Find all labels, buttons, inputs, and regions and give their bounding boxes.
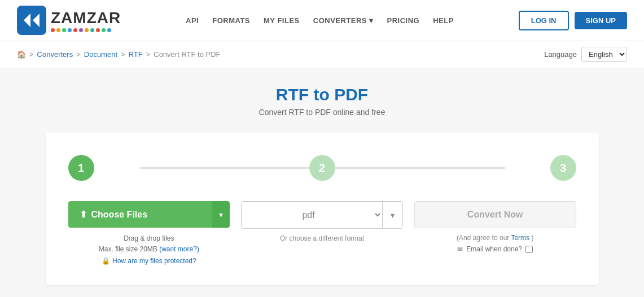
svg-marker-0 <box>24 14 30 27</box>
terms-text: (And agree to our <box>457 234 509 242</box>
actions-row: ⬆ Choose Files ▾ Drag & drop files Max. … <box>68 201 576 265</box>
logo-lights <box>51 28 121 32</box>
file-protection-link[interactable]: 🔒 How are my files protected? <box>102 257 196 265</box>
breadcrumb-bar: 🏠 > Converters > Document > RTF > Conver… <box>0 41 644 68</box>
format-select[interactable]: pdf <box>242 202 382 228</box>
breadcrumb-sep2: > <box>76 50 81 59</box>
nav-converters-label: CONVERTERS <box>313 16 367 25</box>
logo-icon <box>17 6 46 35</box>
breadcrumb-current: Convert RTF to PDF <box>154 50 220 59</box>
dropdown-arrow-icon: ▾ <box>219 210 223 219</box>
format-dropdown-icon: ▾ <box>391 211 395 220</box>
nav-api[interactable]: API <box>186 16 199 25</box>
logo-area: ZAMZAR <box>17 6 121 35</box>
file-size-hint: Max. file size 20MB <box>99 245 157 253</box>
nav-my-files[interactable]: MY FILES <box>264 16 300 25</box>
breadcrumb-sep1: > <box>29 50 34 59</box>
step-1-circle: 1 <box>68 155 94 181</box>
language-area: Language English <box>544 47 627 62</box>
convert-now-button[interactable]: Convert Now <box>414 201 576 228</box>
nav-help[interactable]: HELP <box>433 16 454 25</box>
file-protection-label: How are my files protected? <box>112 257 196 265</box>
header: ZAMZAR API FORMATS MY FILES CONVERTERS ▾ <box>0 0 644 41</box>
svg-marker-1 <box>33 14 40 27</box>
step3-email: ✉ Email when done? <box>457 245 533 253</box>
main: RTF to PDF Convert RTF to PDF online and… <box>0 68 644 297</box>
page-title: RTF to PDF <box>17 85 627 104</box>
signup-button[interactable]: SIGN UP <box>575 12 627 29</box>
converters-dropdown-icon: ▾ <box>369 16 374 25</box>
choose-files-group: ⬆ Choose Files ▾ <box>68 201 230 228</box>
language-select[interactable]: English <box>581 47 627 62</box>
breadcrumb-sep3: > <box>121 50 125 59</box>
login-button[interactable]: LOG IN <box>519 11 569 30</box>
terms-link[interactable]: Terms <box>511 234 529 242</box>
step3-area: Convert Now (And agree to our Terms ) ✉ … <box>414 201 576 253</box>
format-dropdown-button[interactable]: ▾ <box>382 202 402 228</box>
converter-card: 1 2 3 ⬆ Choose Files ▾ <box>46 132 599 285</box>
format-select-group: pdf ▾ <box>241 201 403 229</box>
breadcrumb-sep4: > <box>146 50 151 59</box>
nav-converters[interactable]: CONVERTERS ▾ <box>313 16 374 25</box>
step1-area: ⬆ Choose Files ▾ Drag & drop files Max. … <box>68 201 230 265</box>
page-subtitle: Convert RTF to PDF online and free <box>17 108 627 117</box>
step3-terms: (And agree to our Terms ) <box>457 234 534 242</box>
nav-formats[interactable]: FORMATS <box>212 16 250 25</box>
logo-text: ZAMZAR <box>51 9 121 27</box>
choose-files-button[interactable]: ⬆ Choose Files <box>68 201 213 228</box>
breadcrumb-document[interactable]: Document <box>84 50 117 59</box>
step2-area: pdf ▾ Or choose a different format <box>241 201 403 242</box>
nav-buttons: LOG IN SIGN UP <box>519 11 627 30</box>
nav-pricing[interactable]: PRICING <box>387 16 420 25</box>
breadcrumb: 🏠 > Converters > Document > RTF > Conver… <box>17 50 220 59</box>
step-2-number: 2 <box>319 162 325 175</box>
nav: API FORMATS MY FILES CONVERTERS ▾ PRICIN… <box>186 16 454 25</box>
language-label: Language <box>544 50 577 59</box>
step-2-circle: 2 <box>309 155 335 181</box>
step2-hint: Or choose a different format <box>280 234 364 242</box>
email-checkbox[interactable] <box>525 246 533 253</box>
step1-hint: Drag & drop files Max. file size 20MB (w… <box>99 233 199 255</box>
choose-files-label: Choose Files <box>91 210 148 220</box>
email-icon: ✉ <box>457 245 463 253</box>
breadcrumb-home[interactable]: 🏠 <box>17 50 26 59</box>
breadcrumb-converters[interactable]: Converters <box>37 50 73 59</box>
email-label: Email when done? <box>466 245 522 253</box>
step-3-number: 3 <box>560 162 566 175</box>
step-3-circle: 3 <box>550 155 576 181</box>
step-1-number: 1 <box>78 162 84 175</box>
upload-icon: ⬆ <box>80 209 87 220</box>
want-more-link[interactable]: (want more?) <box>159 245 199 253</box>
terms-end: ) <box>531 234 533 242</box>
choose-files-dropdown-button[interactable]: ▾ <box>212 201 230 228</box>
steps-row: 1 2 3 <box>68 155 576 181</box>
lock-icon: 🔒 <box>102 257 110 265</box>
drag-drop-hint: Drag & drop files <box>124 234 174 242</box>
breadcrumb-rtf[interactable]: RTF <box>129 50 143 59</box>
